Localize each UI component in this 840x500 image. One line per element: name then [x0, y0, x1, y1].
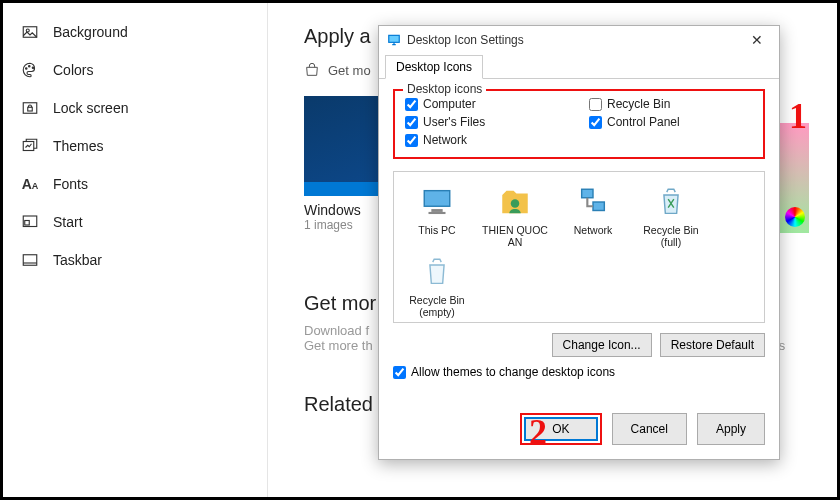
store-text: Get mo	[328, 63, 371, 78]
theme-preview-strip	[779, 123, 809, 233]
check-users[interactable]: User's Files	[405, 115, 569, 129]
change-icon-button[interactable]: Change Icon...	[552, 333, 652, 357]
svg-point-3	[29, 66, 31, 68]
allow-themes-check[interactable]: Allow themes to change desktop icons	[393, 365, 765, 379]
pc-icon	[419, 184, 455, 220]
sidebar-item-fonts[interactable]: AA Fonts	[3, 165, 267, 203]
taskbar-icon	[21, 251, 39, 269]
checkbox-recycle[interactable]	[589, 98, 602, 111]
start-icon	[21, 213, 39, 231]
checkbox-computer[interactable]	[405, 98, 418, 111]
svg-rect-18	[593, 202, 604, 211]
sidebar-item-lockscreen[interactable]: Lock screen	[3, 89, 267, 127]
user-folder-icon	[497, 184, 533, 220]
svg-rect-6	[28, 107, 33, 111]
apply-button[interactable]: Apply	[697, 413, 765, 445]
svg-rect-10	[23, 255, 37, 266]
sidebar-item-label: Fonts	[53, 176, 88, 192]
icon-item-thispc[interactable]: This PC	[402, 184, 472, 248]
dialog-footer: 2 OK Cancel Apply	[379, 405, 779, 459]
svg-rect-13	[424, 191, 450, 207]
check-recycle[interactable]: Recycle Bin	[589, 97, 753, 111]
dialog-title: Desktop Icon Settings	[407, 33, 524, 47]
checkbox-users[interactable]	[405, 116, 418, 129]
tab-desktop-icons[interactable]: Desktop Icons	[385, 55, 483, 79]
color-wheel-icon	[785, 207, 805, 227]
checkbox-control[interactable]	[589, 116, 602, 129]
icon-item-bin-empty[interactable]: Recycle Bin (empty)	[402, 254, 472, 318]
check-network[interactable]: Network	[405, 133, 569, 147]
lock-icon	[21, 99, 39, 117]
monitor-icon	[387, 33, 401, 47]
svg-point-16	[511, 199, 520, 208]
icon-item-user[interactable]: THIEN QUOC AN	[480, 184, 550, 248]
icon-preview-panel: This PC THIEN QUOC AN Network Recycle Bi…	[393, 171, 765, 323]
svg-rect-15	[429, 212, 446, 214]
check-computer[interactable]: Computer	[405, 97, 569, 111]
svg-rect-9	[25, 221, 30, 226]
sidebar-item-background[interactable]: Background	[3, 13, 267, 51]
recycle-bin-full-icon	[653, 184, 689, 220]
check-control[interactable]: Control Panel	[589, 115, 753, 129]
sidebar-item-label: Colors	[53, 62, 93, 78]
sidebar-item-label: Background	[53, 24, 128, 40]
recycle-bin-empty-icon	[419, 254, 455, 290]
checkbox-allow-themes[interactable]	[393, 366, 406, 379]
annotation-1: 1	[789, 95, 807, 137]
checkbox-network[interactable]	[405, 134, 418, 147]
fonts-icon: AA	[21, 175, 39, 193]
close-button[interactable]: ✕	[743, 32, 771, 48]
icon-item-network[interactable]: Network	[558, 184, 628, 248]
store-icon	[304, 62, 320, 78]
annotation-2: 2	[529, 411, 547, 453]
sidebar-item-taskbar[interactable]: Taskbar	[3, 241, 267, 279]
sidebar-item-start[interactable]: Start	[3, 203, 267, 241]
svg-rect-12	[389, 35, 400, 42]
sidebar-item-colors[interactable]: Colors	[3, 51, 267, 89]
sidebar-item-label: Taskbar	[53, 252, 102, 268]
sidebar-item-label: Lock screen	[53, 100, 128, 116]
sidebar-item-themes[interactable]: Themes	[3, 127, 267, 165]
dialog-titlebar[interactable]: Desktop Icon Settings ✕	[379, 26, 779, 54]
fieldset-label: Desktop icons	[403, 82, 486, 96]
icon-item-bin-full[interactable]: Recycle Bin (full)	[636, 184, 706, 248]
svg-rect-17	[582, 189, 593, 198]
svg-point-4	[32, 67, 34, 69]
cancel-button[interactable]: Cancel	[612, 413, 687, 445]
sidebar-item-label: Start	[53, 214, 83, 230]
desktop-icons-fieldset: Desktop icons Computer Recycle Bin User'…	[393, 89, 765, 159]
dialog-tabs: Desktop Icons	[379, 54, 779, 79]
network-icon	[575, 184, 611, 220]
restore-default-button[interactable]: Restore Default	[660, 333, 765, 357]
picture-icon	[21, 23, 39, 41]
svg-rect-5	[23, 103, 37, 114]
desktop-icon-settings-dialog: Desktop Icon Settings ✕ Desktop Icons De…	[378, 25, 780, 460]
sidebar-item-label: Themes	[53, 138, 104, 154]
themes-icon	[21, 137, 39, 155]
svg-point-2	[26, 68, 28, 70]
palette-icon	[21, 61, 39, 79]
svg-rect-14	[431, 209, 442, 212]
settings-sidebar: Background Colors Lock screen Themes AA …	[3, 3, 268, 497]
